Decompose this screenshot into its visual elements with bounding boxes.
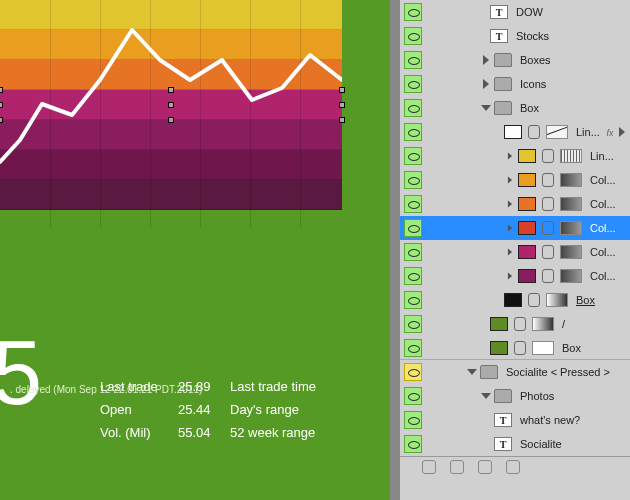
link-icon[interactable] (542, 173, 554, 187)
layer-name[interactable]: Photos (520, 390, 554, 402)
visibility-toggle[interactable] (404, 195, 422, 213)
layer-name[interactable]: Box (520, 102, 539, 114)
visibility-toggle[interactable] (404, 435, 422, 453)
layer-row[interactable]: Col... (400, 168, 630, 192)
layer-name[interactable]: Col... (590, 174, 616, 186)
layer-name[interactable]: Col... (590, 270, 616, 282)
selection-handle[interactable] (0, 102, 3, 108)
layer-row[interactable]: DOW (400, 0, 630, 24)
layer-row[interactable]: what's new? (400, 408, 630, 432)
layer-name[interactable]: DOW (516, 6, 543, 18)
visibility-toggle[interactable] (404, 291, 422, 309)
link-icon[interactable] (528, 125, 540, 139)
fx-badge[interactable]: fx (606, 126, 626, 138)
layer-name[interactable]: what's new? (520, 414, 580, 426)
chain-icon[interactable] (450, 460, 464, 474)
disclosure-triangle[interactable] (480, 54, 492, 66)
visibility-toggle[interactable] (404, 267, 422, 285)
layer-row[interactable]: Boxes (400, 48, 630, 72)
layer-row[interactable]: Icons (400, 72, 630, 96)
folder-icon (494, 53, 512, 67)
layer-mask-thumb[interactable] (546, 293, 568, 307)
selection-handle[interactable] (339, 117, 345, 123)
layer-row[interactable]: Box (400, 336, 630, 360)
layer-row[interactable]: Col... (400, 192, 630, 216)
disclosure-triangle[interactable] (480, 102, 492, 114)
link-icon[interactable] (514, 317, 526, 331)
selection-handle[interactable] (0, 117, 3, 123)
link-icon[interactable] (542, 221, 554, 235)
layer-row[interactable]: Stocks (400, 24, 630, 48)
layer-name[interactable]: Col... (590, 222, 616, 234)
layer-row[interactable]: Col... (400, 240, 630, 264)
selection-handle[interactable] (0, 87, 3, 93)
panel-divider (390, 0, 400, 500)
link-icon[interactable] (542, 245, 554, 259)
visibility-toggle[interactable] (404, 3, 422, 21)
selection-handle[interactable] (339, 102, 345, 108)
layer-row[interactable]: Socialite < Pressed > (400, 360, 630, 384)
layer-row[interactable]: Col... (400, 264, 630, 288)
layer-mask-thumb[interactable] (560, 173, 582, 187)
design-canvas[interactable]: 5 Last trade 25.89 Last trade time Open … (0, 0, 390, 500)
layer-name[interactable]: Box (576, 294, 595, 306)
visibility-toggle[interactable] (404, 387, 422, 405)
link-icon[interactable] (528, 293, 540, 307)
visibility-toggle[interactable] (404, 27, 422, 45)
chain-icon[interactable] (422, 460, 436, 474)
selection-handle[interactable] (168, 102, 174, 108)
selection-handle[interactable] (168, 117, 174, 123)
visibility-toggle[interactable] (404, 219, 422, 237)
visibility-toggle[interactable] (404, 243, 422, 261)
layer-row[interactable]: / (400, 312, 630, 336)
visibility-toggle[interactable] (404, 75, 422, 93)
disclosure-triangle[interactable] (466, 366, 478, 378)
visibility-toggle[interactable] (404, 99, 422, 117)
layer-mask-thumb[interactable] (560, 149, 582, 163)
visibility-toggle[interactable] (404, 339, 422, 357)
layer-mask-thumb[interactable] (560, 197, 582, 211)
selection-handle[interactable] (168, 87, 174, 93)
layer-name[interactable]: Lin... (576, 126, 600, 138)
visibility-toggle[interactable] (404, 147, 422, 165)
layer-mask-thumb[interactable] (560, 221, 582, 235)
layer-mask-thumb[interactable] (560, 269, 582, 283)
layer-row[interactable]: Socialite (400, 432, 630, 456)
layer-mask-thumb[interactable] (546, 125, 568, 139)
layer-name[interactable]: Icons (520, 78, 546, 90)
layer-name[interactable]: Col... (590, 246, 616, 258)
selection-handle[interactable] (339, 87, 345, 93)
layer-name[interactable]: Lin... (590, 150, 614, 162)
layer-row[interactable]: Box (400, 96, 630, 120)
layer-name[interactable]: Socialite < Pressed > (506, 366, 610, 378)
layer-name[interactable]: Box (562, 342, 581, 354)
layer-row[interactable]: Lin... (400, 144, 630, 168)
layer-row[interactable]: Box (400, 288, 630, 312)
link-icon[interactable] (514, 341, 526, 355)
layer-name[interactable]: Stocks (516, 30, 549, 42)
visibility-toggle[interactable] (404, 363, 422, 381)
layer-name[interactable]: Boxes (520, 54, 551, 66)
link-icon[interactable] (542, 197, 554, 211)
layer-name[interactable]: Socialite (520, 438, 562, 450)
layer-mask-thumb[interactable] (560, 245, 582, 259)
visibility-toggle[interactable] (404, 51, 422, 69)
visibility-toggle[interactable] (404, 123, 422, 141)
chain-icon[interactable] (506, 460, 520, 474)
layer-name[interactable]: / (562, 318, 565, 330)
layers-panel[interactable]: DOWStocksBoxesIconsBoxLin...fx Lin...Col… (400, 0, 630, 500)
visibility-toggle[interactable] (404, 171, 422, 189)
chain-icon[interactable] (478, 460, 492, 474)
link-icon[interactable] (542, 149, 554, 163)
layer-mask-thumb[interactable] (532, 317, 554, 331)
link-icon[interactable] (542, 269, 554, 283)
visibility-toggle[interactable] (404, 315, 422, 333)
layer-row[interactable]: Lin...fx (400, 120, 630, 144)
disclosure-triangle[interactable] (480, 78, 492, 90)
layer-row[interactable]: Photos (400, 384, 630, 408)
disclosure-triangle[interactable] (480, 390, 492, 402)
layer-name[interactable]: Col... (590, 198, 616, 210)
visibility-toggle[interactable] (404, 411, 422, 429)
layer-mask-thumb[interactable] (532, 341, 554, 355)
layer-row[interactable]: Col... (400, 216, 630, 240)
